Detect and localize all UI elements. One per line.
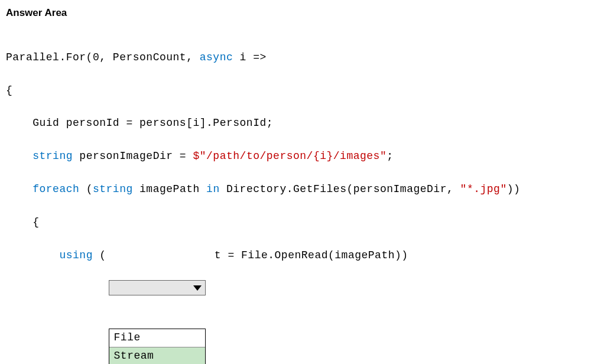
answer-area-header: Answer Area <box>6 7 585 19</box>
dropdown-head[interactable] <box>109 280 206 295</box>
code-line: { <box>6 83 585 99</box>
code-line: Guid personId = persons[i].PersonId; <box>6 115 585 132</box>
dropdown-list: FileStreamUriUrl <box>109 329 206 364</box>
code-line-with-dropdown: using ( FileStreamUriUrl t = File.OpenRe… <box>6 248 585 364</box>
chevron-down-icon <box>193 285 202 291</box>
code-line: string personImageDir = $"/path/to/perso… <box>6 148 585 165</box>
code-line: foreach (string imagePath in Directory.G… <box>6 181 585 198</box>
code-line: { <box>6 214 585 231</box>
dropdown-type[interactable]: FileStreamUriUrl <box>109 248 206 364</box>
code-line: Parallel.For(0, PersonCount, async i => <box>6 50 585 66</box>
code-block: Parallel.For(0, PersonCount, async i => … <box>6 33 585 364</box>
dropdown-option[interactable]: Stream <box>109 347 205 364</box>
dropdown-option[interactable]: File <box>109 329 205 347</box>
